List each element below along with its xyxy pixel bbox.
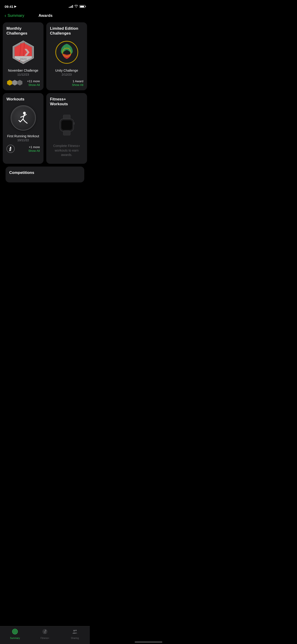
workouts-card: Workouts bbox=[3, 93, 44, 164]
workouts-title: Workouts bbox=[6, 97, 40, 102]
signal-bar-2 bbox=[70, 6, 71, 8]
fitness-plus-title: Fitness+ Workouts bbox=[50, 97, 83, 107]
workouts-show-all[interactable]: Show All bbox=[28, 149, 40, 152]
svg-rect-28 bbox=[63, 131, 70, 136]
monthly-badge-container: 2023 bbox=[6, 40, 40, 65]
back-chevron-icon: ‹ bbox=[4, 13, 6, 18]
svg-line-17 bbox=[19, 120, 20, 122]
svg-text:2023: 2023 bbox=[20, 57, 26, 61]
main-content: Monthly Challenges 202 bbox=[0, 21, 90, 182]
unity-badge-container bbox=[50, 40, 83, 65]
workouts-badge-date: 10/11/22 bbox=[6, 138, 40, 142]
back-button[interactable]: ‹ Summary bbox=[4, 13, 24, 18]
svg-rect-29 bbox=[74, 122, 74, 124]
status-icons bbox=[69, 5, 85, 8]
fitness-plus-badge bbox=[54, 112, 80, 138]
status-time: 09:41 ▶ bbox=[4, 4, 16, 8]
svg-rect-25 bbox=[63, 115, 70, 119]
unity-badge bbox=[54, 40, 80, 65]
row-1: Monthly Challenges 202 bbox=[3, 22, 87, 90]
svg-rect-27 bbox=[61, 120, 72, 130]
svg-marker-9 bbox=[17, 80, 22, 86]
fitness-plus-placeholder: Complete Fitness+ workouts to earn award… bbox=[50, 144, 83, 157]
limited-edition-card: Limited Edition Challenges bbox=[46, 22, 87, 90]
monthly-more-info: +11 more Show All bbox=[27, 79, 40, 86]
page-title: Awards bbox=[38, 13, 52, 18]
monthly-show-all[interactable]: Show All bbox=[27, 83, 40, 86]
location-icon: ▶ bbox=[14, 5, 16, 8]
hexagon-badge: 2023 bbox=[10, 40, 36, 65]
monthly-card-footer: +11 more Show All bbox=[6, 79, 40, 86]
limited-edition-title: Limited Edition Challenges bbox=[50, 26, 83, 36]
unity-badge-name: Unity Challenge bbox=[50, 69, 83, 72]
status-bar: 09:41 ▶ bbox=[0, 0, 90, 11]
svg-line-19 bbox=[25, 122, 27, 123]
unity-badge-date: 2/12/23 bbox=[50, 73, 83, 76]
competitions-card: Competitions bbox=[6, 166, 84, 182]
mini-badge-bronze bbox=[16, 80, 23, 86]
svg-line-16 bbox=[20, 119, 23, 122]
fitness-plus-badge-container bbox=[50, 110, 83, 140]
limited-edition-show-all[interactable]: Show All bbox=[72, 83, 83, 86]
svg-line-24 bbox=[10, 150, 11, 151]
battery-icon bbox=[80, 5, 85, 8]
workouts-more-count: +1 more bbox=[29, 145, 40, 149]
walking-icon-wrap bbox=[6, 145, 15, 153]
page-header: ‹ Summary Awards bbox=[0, 11, 90, 21]
signal-bar-1 bbox=[69, 7, 70, 8]
running-badge-container bbox=[6, 105, 40, 130]
svg-line-22 bbox=[10, 149, 11, 149]
monthly-challenges-card: Monthly Challenges 202 bbox=[3, 22, 44, 90]
fitness-plus-card: Fitness+ Workouts bbox=[46, 93, 87, 164]
svg-line-13 bbox=[23, 114, 24, 119]
monthly-badge-name: November Challenge bbox=[6, 69, 40, 72]
monthly-challenges-title: Monthly Challenges bbox=[6, 26, 40, 36]
monthly-badge-date: 11/12/23 bbox=[6, 73, 40, 76]
award-count: 1 Award bbox=[72, 80, 83, 83]
svg-point-12 bbox=[23, 112, 26, 114]
back-label: Summary bbox=[8, 13, 24, 18]
time-display: 09:41 bbox=[4, 4, 13, 8]
running-figure-svg bbox=[16, 110, 30, 125]
running-badge bbox=[10, 105, 36, 130]
row-2: Workouts bbox=[3, 93, 87, 164]
watch-silhouette-svg bbox=[56, 115, 77, 136]
mini-badges-row bbox=[6, 80, 23, 86]
workouts-footer: +1 more Show All bbox=[6, 145, 40, 153]
walking-icon bbox=[8, 146, 13, 151]
signal-bars bbox=[69, 5, 73, 8]
monthly-more-count: +11 more bbox=[27, 80, 40, 83]
signal-bar-3 bbox=[71, 6, 72, 8]
wifi-icon bbox=[74, 5, 78, 8]
workouts-badge-name: First Running Workout bbox=[6, 134, 40, 138]
limited-edition-footer: 1 Award Show All bbox=[50, 79, 83, 86]
workouts-more-info: +1 more Show All bbox=[28, 145, 40, 152]
signal-bar-4 bbox=[72, 5, 73, 8]
svg-line-18 bbox=[23, 119, 25, 122]
battery-fill bbox=[80, 6, 84, 7]
limited-edition-more-info: 1 Award Show All bbox=[72, 79, 83, 86]
competitions-title: Competitions bbox=[9, 170, 80, 175]
